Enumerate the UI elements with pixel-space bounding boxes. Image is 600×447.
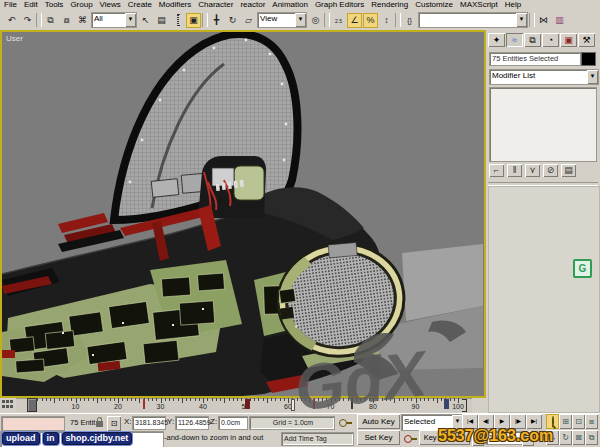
mirror-icon[interactable]: ⋈ <box>536 13 551 28</box>
go-to-end-button[interactable]: ▶| <box>526 414 542 429</box>
tab-motion[interactable]: ◔ <box>542 33 559 47</box>
select-by-name-icon[interactable]: ▤ <box>154 13 169 28</box>
arc-rotate-icon[interactable]: ↻ <box>559 430 572 445</box>
menu-item-file[interactable]: File <box>4 0 17 10</box>
menu-item-edit[interactable]: Edit <box>24 0 38 10</box>
macro-recorder-field[interactable] <box>1 416 65 431</box>
previous-frame-spinner[interactable]: ◀ <box>472 431 484 446</box>
selection-name-field[interactable]: 75 Entities Selected <box>489 52 581 66</box>
region-zoom-icon[interactable]: ⊠ <box>572 430 585 445</box>
keyframe-marker[interactable] <box>444 399 449 409</box>
menu-item-group[interactable]: Group <box>70 0 92 10</box>
track-bar[interactable]: 102030405060708090100 <box>0 398 486 413</box>
tab-display[interactable]: ▣ <box>560 33 577 47</box>
use-center-icon[interactable]: ◎ <box>308 13 323 28</box>
redo-icon[interactable]: ↷ <box>20 13 35 28</box>
tab-utilities[interactable]: ⚒ <box>578 33 595 47</box>
previous-frame-button[interactable]: ◀| <box>478 414 494 429</box>
menu-item-animation[interactable]: Animation <box>272 0 308 10</box>
select-and-rotate-icon[interactable]: ↻ <box>225 13 240 28</box>
angle-snap-icon[interactable]: ∠ <box>347 13 362 28</box>
make-unique-icon[interactable]: ⋎ <box>525 164 540 177</box>
key-filters-button[interactable]: Key Filters... <box>419 430 470 445</box>
menu-item-help[interactable]: Help <box>505 0 521 10</box>
menu-item-maxscript[interactable]: MAXScript <box>460 0 498 10</box>
configure-modifier-sets-icon[interactable]: ▤ <box>561 164 576 177</box>
chevron-down-icon[interactable]: ▼ <box>125 13 136 27</box>
select-and-link-icon[interactable]: ⧉ <box>43 13 58 28</box>
go-to-start-button[interactable]: |◀ <box>462 414 478 429</box>
reference-coordsys-dropdown[interactable]: View ▼ <box>257 12 307 28</box>
zoom-all-icon[interactable]: ⊞ <box>559 414 572 429</box>
rect-selection-region-icon[interactable] <box>170 13 185 28</box>
viewport-label[interactable]: User <box>6 34 23 43</box>
set-key-mode-icon[interactable] <box>404 435 412 443</box>
key-set-dropdown[interactable]: Selected ▼ <box>401 414 464 431</box>
menu-item-reactor[interactable]: reactor <box>240 0 265 10</box>
z-coordinate-field[interactable]: 0.0cm <box>218 416 248 430</box>
object-color-swatch[interactable] <box>581 52 596 66</box>
menu-item-modifiers[interactable]: Modifiers <box>159 0 191 10</box>
spinner-snap-icon[interactable]: ↕ <box>379 13 394 28</box>
listener-field[interactable] <box>0 431 164 447</box>
keyframe-marker[interactable] <box>351 399 353 409</box>
mini-curve-editor-button[interactable] <box>2 400 14 410</box>
pan-icon[interactable]: ↔ <box>546 430 559 445</box>
viewport[interactable]: User <box>0 30 486 398</box>
menu-item-views[interactable]: Views <box>100 0 121 10</box>
keyframe-marker[interactable] <box>313 399 315 409</box>
window-crossing-icon[interactable]: ▣ <box>186 13 201 28</box>
unlink-selection-icon[interactable]: ⧇ <box>59 13 74 28</box>
menu-item-tools[interactable]: Tools <box>45 0 64 10</box>
time-slider-thumb[interactable] <box>27 398 37 412</box>
chevron-down-icon[interactable]: ▼ <box>587 70 598 84</box>
keyframe-marker[interactable] <box>291 399 295 411</box>
menu-item-customize[interactable]: Customize <box>415 0 453 10</box>
set-key-button[interactable]: Set Key <box>357 430 400 445</box>
show-end-result-icon[interactable]: ‖ <box>507 164 522 177</box>
y-coordinate-field[interactable]: 1126.4859 <box>175 416 209 430</box>
menu-item-character[interactable]: Character <box>198 0 233 10</box>
chevron-down-icon[interactable]: ▼ <box>516 13 527 27</box>
align-icon[interactable]: ▥ <box>552 13 567 28</box>
keyframe-marker[interactable] <box>143 399 145 409</box>
named-selection-dropdown[interactable]: ▼ <box>418 12 528 28</box>
min-max-toggle-icon[interactable]: ⧉ <box>585 430 598 445</box>
menu-item-graph-editors[interactable]: Graph Editors <box>315 0 364 10</box>
keyboard-shortcut-override-icon[interactable] <box>339 419 347 427</box>
bind-to-space-warp-icon[interactable]: ⌘ <box>75 13 90 28</box>
chevron-down-icon[interactable]: ▼ <box>295 13 306 27</box>
remove-modifier-icon[interactable]: ⊘ <box>543 164 558 177</box>
timeline-ruler[interactable]: 102030405060708090100 <box>16 398 472 412</box>
x-coordinate-field[interactable]: 3181.8345 <box>132 416 166 430</box>
snap-toggle-icon[interactable]: 2.5∪ <box>331 13 346 28</box>
next-frame-spinner[interactable]: ▶ <box>522 431 534 446</box>
auto-key-button[interactable]: Auto Key <box>357 414 400 429</box>
tab-hierarchy[interactable]: ⧉ <box>524 33 541 47</box>
menu-item-create[interactable]: Create <box>128 0 152 10</box>
modifier-stack-list[interactable] <box>489 87 597 162</box>
viewport-canvas[interactable] <box>2 32 484 396</box>
keyframe-marker[interactable] <box>245 399 250 409</box>
select-and-scale-icon[interactable]: ▱ <box>241 13 256 28</box>
modifier-list-dropdown[interactable]: Modifier List ▼ <box>489 69 599 85</box>
select-object-icon[interactable]: ↖ <box>138 13 153 28</box>
menu-bar[interactable]: FileEditToolsGroupViewsCreateModifiersCh… <box>0 0 600 10</box>
next-frame-button[interactable]: |▶ <box>510 414 526 429</box>
select-and-move-icon[interactable]: ╋ <box>209 13 224 28</box>
zoom-extents-all-icon[interactable]: ⧈ <box>585 414 598 429</box>
tab-create[interactable]: ✦ <box>488 33 505 47</box>
undo-icon[interactable]: ↶ <box>4 13 19 28</box>
named-selection-icon[interactable]: {} <box>402 13 417 28</box>
pin-stack-icon[interactable]: ⌐ <box>489 164 504 177</box>
zoom-extents-icon[interactable]: ⊡ <box>572 414 585 429</box>
selection-lock-icon[interactable] <box>96 421 103 427</box>
percent-snap-icon[interactable]: % <box>363 13 378 28</box>
current-frame-field[interactable]: 100 <box>486 431 524 445</box>
absolute-mode-button[interactable]: ⊡ <box>107 416 121 431</box>
play-button[interactable]: ▶ <box>494 414 510 429</box>
zoom-icon[interactable] <box>546 414 559 429</box>
add-time-tag[interactable]: Add Time Tag <box>281 432 354 446</box>
tab-modify[interactable]: ≈ <box>506 33 523 47</box>
menu-item-rendering[interactable]: Rendering <box>371 0 408 10</box>
